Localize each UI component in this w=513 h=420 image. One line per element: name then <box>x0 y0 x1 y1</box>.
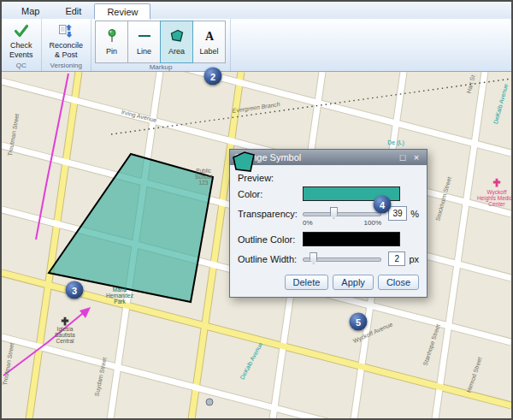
label-icon: A <box>202 28 217 45</box>
pin-button[interactable]: Pin <box>95 21 128 63</box>
pin-icon <box>104 28 120 45</box>
check-events-button-label: Events <box>9 50 33 59</box>
transparency-unit-label: % <box>410 209 419 219</box>
ribbon-group-markup: PinLineAreaALabelMarkup <box>91 19 231 71</box>
reconcile-post-button[interactable]: Reconcile& Post <box>46 22 87 60</box>
ribbon-tab-bar: MapEditReview <box>2 2 511 19</box>
outline-width-value-input[interactable]: 2 <box>388 251 405 266</box>
color-swatch[interactable] <box>303 186 400 201</box>
apply-button[interactable]: Apply <box>333 275 374 290</box>
street-label-de-l: De (L) <box>387 139 404 146</box>
church-cross-icon <box>62 317 68 326</box>
close-icon[interactable]: × <box>410 151 422 163</box>
tab-review[interactable]: Review <box>94 3 150 20</box>
outline-width-label: Outline Width: <box>238 254 303 264</box>
line-icon <box>137 28 152 45</box>
outline-width-slider-thumb[interactable] <box>310 252 317 264</box>
station-dot <box>206 399 213 405</box>
check-events-button[interactable]: CheckEvents <box>6 22 37 60</box>
pin-button-label: Pin <box>106 47 117 56</box>
area-button-label: Area <box>168 47 185 56</box>
change-symbol-dialog: Change Symbol □ × Preview: Color: <box>229 149 428 298</box>
outline-color-label: Outline Color: <box>238 234 303 245</box>
tab-map[interactable]: Map <box>9 3 52 19</box>
close-button[interactable]: Close <box>378 275 419 290</box>
street-label-stanhope-street: Stanhope Street <box>422 323 441 367</box>
label-button[interactable]: ALabel <box>192 21 226 63</box>
transparency-scale: 0% 100% <box>303 219 381 227</box>
line-button[interactable]: Line <box>127 21 161 63</box>
reconcile-icon <box>58 23 74 40</box>
group-label-qc: QC <box>16 62 27 71</box>
preview-label: Preview: <box>238 173 303 183</box>
transparency-value-input[interactable]: 39 <box>388 206 407 221</box>
area-button[interactable]: Area <box>160 21 193 63</box>
church-label: IglesiaBautistaCentral <box>55 326 75 344</box>
outline-color-swatch[interactable] <box>303 232 400 246</box>
transparency-max-label: 100% <box>364 219 381 227</box>
delete-button[interactable]: Delete <box>285 275 329 290</box>
street-label-himrod-street: Himrod Street <box>466 357 483 393</box>
color-label: Color: <box>238 189 303 199</box>
transparency-min-label: 0% <box>303 219 313 227</box>
transparency-slider-track <box>303 212 381 216</box>
dialog-button-row: DeleteApplyClose <box>238 275 419 290</box>
transparency-slider[interactable] <box>303 207 381 220</box>
dialog-titlebar[interactable]: Change Symbol □ × <box>230 150 427 165</box>
label-button-label: Label <box>200 47 219 56</box>
check-events-button-label: Check <box>10 41 32 50</box>
group-label-versioning: Versioning <box>50 62 82 71</box>
reconcile-post-button-label: Reconcile <box>50 41 84 50</box>
outline-width-unit-label: px <box>409 254 419 264</box>
street-label-dekalb-avenue: DeKalb Avenue <box>239 341 263 381</box>
maximize-icon[interactable]: □ <box>397 151 409 163</box>
transparency-slider-thumb[interactable] <box>330 207 338 219</box>
transparency-label: Transparency: <box>238 209 303 219</box>
street-label-troutman-street: Troutman Street <box>2 342 15 386</box>
medical-cross-icon <box>493 179 500 187</box>
tab-edit[interactable]: Edit <box>52 3 94 19</box>
area-icon <box>169 28 185 45</box>
street-label-wyckoff-avenue: Wyckoff Avenue <box>352 321 394 345</box>
symbol-preview-shape <box>233 152 254 171</box>
outline-width-slider[interactable] <box>303 252 381 265</box>
ribbon-group-versioning: Reconcile& PostVersioning <box>42 19 92 71</box>
dialog-body: Preview: Color: Transparency: <box>230 165 427 297</box>
map-viewport[interactable]: Troutman StreetIrving AvenueEvergreen Br… <box>2 72 511 419</box>
markup-line-arrowhead <box>80 307 91 318</box>
svg-text:A: A <box>204 30 214 43</box>
street-label-dekalb-avenue: DeKalb Avenue <box>492 83 509 124</box>
app-window: MapEditReview CheckEventsQCReconcile& Po… <box>0 0 513 420</box>
check-icon <box>14 23 29 40</box>
ribbon-group-qc: CheckEventsQC <box>2 19 42 71</box>
reconcile-post-button-label: & Post <box>55 50 78 59</box>
ribbon-toolbar: CheckEventsQCReconcile& PostVersioningPi… <box>2 19 511 72</box>
street-label-hart-st: Hart St <box>465 74 475 94</box>
line-button-label: Line <box>137 47 151 56</box>
dialog-title: Change Symbol <box>234 152 395 163</box>
